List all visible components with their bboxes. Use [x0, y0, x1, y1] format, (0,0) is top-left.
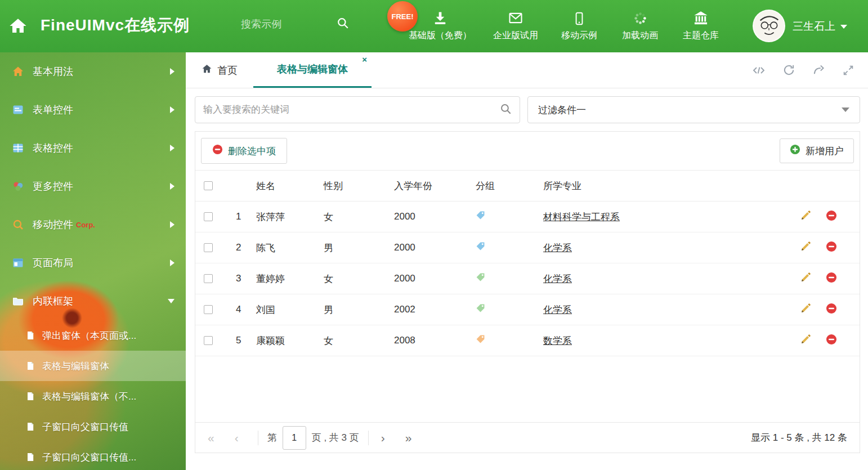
row-checkbox[interactable]	[204, 305, 213, 314]
avatar[interactable]	[753, 10, 785, 42]
plus-circle-icon	[790, 144, 800, 158]
nav-basic-free[interactable]: 基础版（免费）	[409, 9, 472, 42]
page-number-input[interactable]	[283, 426, 306, 450]
header-search[interactable]	[241, 17, 359, 32]
mobile-icon	[572, 9, 587, 26]
delete-row-icon[interactable]	[826, 272, 837, 286]
pagination-bar: « ‹ 第 页 , 共 3 页 › » 显示 1 - 5 条 , 共 12 条	[195, 422, 860, 453]
major-link[interactable]: 化学系	[543, 243, 572, 253]
home-icon	[12, 66, 25, 77]
keyword-search[interactable]	[195, 96, 520, 123]
user-menu[interactable]: 三生石上	[793, 19, 847, 34]
prev-page-icon[interactable]: ‹	[235, 432, 239, 444]
file-icon	[26, 392, 35, 401]
major-link[interactable]: 化学系	[543, 274, 572, 284]
file-icon	[26, 331, 35, 340]
sidebar-subitem-popup-window[interactable]: 弹出窗体（本页面或...	[0, 320, 186, 351]
search-icon[interactable]	[337, 17, 349, 32]
tab-grid-edit-window[interactable]: 表格与编辑窗体 ×	[253, 52, 372, 88]
user-name: 三生石上	[793, 19, 835, 34]
sidebar-subitem-grid-edit-window[interactable]: 表格与编辑窗体	[0, 351, 186, 381]
keyword-search-input[interactable]	[203, 104, 500, 115]
row-checkbox[interactable]	[204, 274, 213, 283]
expand-icon[interactable]	[842, 64, 854, 77]
table-empty-space	[195, 356, 860, 422]
tag-icon	[476, 274, 485, 284]
file-icon	[26, 361, 35, 370]
sidebar-item-form-controls[interactable]: 表单控件	[0, 91, 186, 129]
sidebar-item-inline-frame[interactable]: 内联框架	[0, 282, 186, 320]
bank-icon	[693, 9, 709, 26]
sidebar: 基本用法 表单控件 表格控件 更多控件 移动控件 Corp. 页面布局	[0, 52, 186, 470]
layout-icon	[12, 257, 25, 268]
file-icon	[26, 453, 35, 462]
delete-row-icon[interactable]	[826, 334, 837, 348]
sidebar-subitem-grid-edit-window-2[interactable]: 表格与编辑窗体（不...	[0, 381, 186, 411]
chevron-right-icon	[170, 68, 175, 75]
chevron-down-icon	[842, 108, 849, 112]
refresh-icon[interactable]	[782, 64, 795, 77]
download-icon	[432, 9, 448, 26]
nav-theme-repo[interactable]: 主题仓库	[681, 9, 721, 42]
delete-row-icon[interactable]	[826, 210, 837, 224]
edit-icon[interactable]	[800, 241, 811, 255]
filter-dropdown-value: 过滤条件一	[538, 104, 586, 117]
col-group[interactable]: 分组	[476, 180, 543, 193]
col-year[interactable]: 入学年份	[394, 180, 476, 193]
sidebar-subitem-child-to-parent-2[interactable]: 子窗口向父窗口传值...	[0, 442, 186, 470]
record-summary: 显示 1 - 5 条 , 共 12 条	[751, 431, 847, 444]
chevron-down-icon	[168, 299, 175, 303]
home-icon	[202, 64, 212, 77]
col-major[interactable]: 所学专业	[543, 180, 797, 193]
sidebar-item-grid-controls[interactable]: 表格控件	[0, 129, 186, 167]
row-checkbox[interactable]	[204, 243, 213, 252]
table-row: 4 刘国 男 2002 化学系	[195, 294, 860, 325]
header-nav: 基础版（免费） 企业版试用 移动示例 加载动画	[409, 9, 721, 42]
search-icon[interactable]	[500, 103, 512, 117]
edit-icon[interactable]	[800, 334, 811, 348]
first-page-icon[interactable]: «	[208, 432, 214, 444]
tag-icon	[476, 335, 485, 346]
filter-dropdown[interactable]: 过滤条件一	[527, 96, 860, 123]
row-checkbox[interactable]	[204, 336, 213, 345]
edit-icon[interactable]	[800, 272, 811, 286]
select-all-checkbox[interactable]	[204, 181, 213, 190]
sidebar-item-more-controls[interactable]: 更多控件	[0, 167, 186, 205]
main-area: 首页 表格与编辑窗体 ×	[186, 52, 868, 470]
edit-icon[interactable]	[800, 210, 811, 224]
add-user-button[interactable]: 新增用户	[780, 138, 854, 163]
major-link[interactable]: 材料科学与工程系	[543, 212, 620, 222]
close-icon[interactable]: ×	[362, 55, 367, 64]
nav-loading-animation[interactable]: 加载动画	[620, 9, 660, 42]
delete-row-icon[interactable]	[826, 241, 837, 255]
home-icon[interactable]	[9, 17, 27, 37]
edit-icon[interactable]	[800, 303, 811, 317]
table-header: 姓名 性别 入学年份 分组 所学专业	[195, 170, 860, 202]
filter-row: 过滤条件一	[195, 96, 860, 123]
nav-mobile-demo[interactable]: 移动示例	[560, 9, 599, 42]
sidebar-item-page-layout[interactable]: 页面布局	[0, 244, 186, 282]
delete-row-icon[interactable]	[826, 303, 837, 317]
sidebar-subitem-child-to-parent[interactable]: 子窗口向父窗口传值	[0, 411, 186, 442]
major-link[interactable]: 化学系	[543, 305, 572, 315]
page-prefix: 第	[267, 431, 277, 444]
col-name[interactable]: 姓名	[256, 180, 324, 193]
next-page-icon[interactable]: ›	[381, 432, 385, 444]
forward-icon[interactable]	[812, 64, 825, 77]
delete-selected-button[interactable]: 删除选中项	[201, 138, 287, 164]
sidebar-item-basic-usage[interactable]: 基本用法	[0, 52, 186, 91]
nav-enterprise-trial[interactable]: 企业版试用	[493, 9, 538, 42]
header-search-input[interactable]	[241, 19, 337, 30]
envelope-icon	[508, 9, 524, 26]
last-page-icon[interactable]: »	[405, 432, 412, 444]
grid-panel: 删除选中项 新增用户 姓名 性别 入学年份 分组 所学专业	[195, 131, 860, 453]
chevron-right-icon	[170, 145, 175, 151]
col-gender[interactable]: 性别	[324, 180, 394, 193]
major-link[interactable]: 数学系	[543, 335, 572, 346]
tab-home[interactable]: 首页	[186, 52, 253, 88]
tab-bar: 首页 表格与编辑窗体 ×	[186, 52, 868, 88]
sidebar-item-mobile-controls[interactable]: 移动控件 Corp.	[0, 205, 186, 244]
chevron-right-icon	[170, 221, 175, 228]
row-checkbox[interactable]	[204, 212, 213, 221]
code-icon[interactable]	[752, 64, 766, 77]
